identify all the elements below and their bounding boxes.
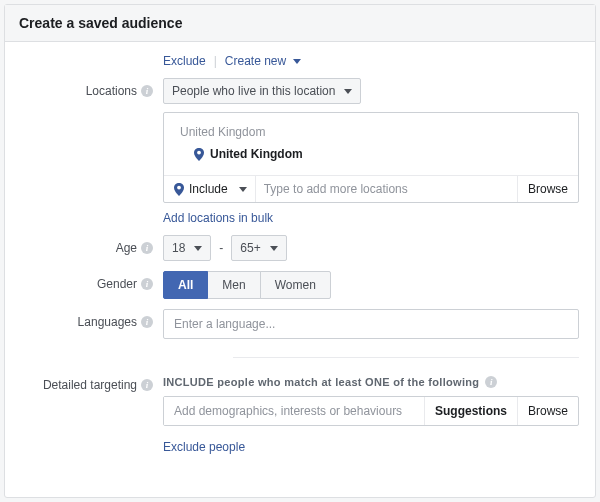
languages-label: Languages i <box>13 309 163 329</box>
info-icon[interactable]: i <box>141 316 153 328</box>
languages-input[interactable] <box>163 309 579 339</box>
locations-label: Locations i <box>13 78 163 98</box>
info-icon[interactable]: i <box>141 85 153 97</box>
location-input[interactable] <box>256 176 517 202</box>
gender-label: Gender i <box>13 271 163 291</box>
caret-down-icon <box>344 89 352 94</box>
browse-locations-button[interactable]: Browse <box>517 176 578 202</box>
gender-men-button[interactable]: Men <box>207 271 260 299</box>
gender-button-group: All Men Women <box>163 271 331 299</box>
separator: | <box>214 54 217 68</box>
add-locations-bulk-link[interactable]: Add locations in bulk <box>163 211 273 225</box>
modal-title: Create a saved audience <box>5 5 595 42</box>
exclude-people-link[interactable]: Exclude people <box>163 440 245 454</box>
age-max-dropdown[interactable]: 65+ <box>231 235 286 261</box>
detailed-targeting-label: Detailed targeting i <box>13 372 163 392</box>
location-parent: United Kingdom <box>176 123 566 145</box>
detailed-include-heading: INCLUDE people who match at least ONE of… <box>163 372 579 388</box>
include-exclude-dropdown[interactable]: Include <box>164 176 256 202</box>
caret-down-icon <box>194 246 202 251</box>
caret-down-icon <box>239 187 247 192</box>
languages-row: Languages i <box>13 309 579 339</box>
create-new-link[interactable]: Create new <box>225 54 301 68</box>
gender-women-button[interactable]: Women <box>260 271 331 299</box>
detailed-targeting-input[interactable] <box>164 397 424 425</box>
age-min-dropdown[interactable]: 18 <box>163 235 211 261</box>
pin-icon <box>174 183 184 196</box>
info-icon[interactable]: i <box>141 278 153 290</box>
location-input-row: Include Browse <box>164 175 578 202</box>
info-icon[interactable]: i <box>141 379 153 391</box>
locations-box: United Kingdom United Kingdom <box>163 112 579 203</box>
detailed-targeting-row: Detailed targeting i INCLUDE people who … <box>13 372 579 454</box>
location-item[interactable]: United Kingdom <box>176 145 566 169</box>
locations-row: Locations i People who live in this loca… <box>13 78 579 225</box>
gender-row: Gender i All Men Women <box>13 271 579 299</box>
browse-detailed-button[interactable]: Browse <box>517 397 578 425</box>
info-icon[interactable]: i <box>141 242 153 254</box>
modal-body: Exclude | Create new Locations i People … <box>5 42 595 497</box>
caret-down-icon <box>293 59 301 64</box>
suggestions-button[interactable]: Suggestions <box>424 397 517 425</box>
caret-down-icon <box>270 246 278 251</box>
custom-audience-links-row: Exclude | Create new <box>13 50 579 68</box>
age-label: Age i <box>13 235 163 255</box>
svg-point-1 <box>177 185 181 189</box>
locations-list: United Kingdom United Kingdom <box>164 113 578 175</box>
detailed-targeting-box: Suggestions Browse <box>163 396 579 426</box>
saved-audience-modal: Create a saved audience Exclude | Create… <box>4 4 596 498</box>
age-dash: - <box>219 241 223 255</box>
exclude-link[interactable]: Exclude <box>163 54 206 68</box>
section-divider <box>233 357 579 358</box>
location-name: United Kingdom <box>210 147 303 161</box>
location-type-dropdown[interactable]: People who live in this location <box>163 78 361 104</box>
svg-point-0 <box>197 150 201 154</box>
age-row: Age i 18 - 65+ <box>13 235 579 261</box>
gender-all-button[interactable]: All <box>163 271 208 299</box>
info-icon[interactable]: i <box>485 376 497 388</box>
pin-icon <box>194 148 204 161</box>
